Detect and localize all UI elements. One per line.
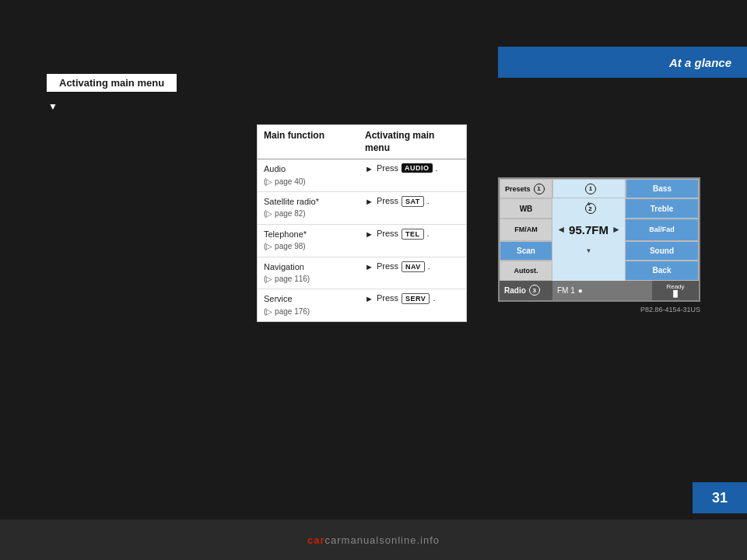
bullet-arrow: ► xyxy=(365,262,374,271)
watermark-bar: carcarmanualsonline.info xyxy=(0,520,747,560)
table-row: Telephone*(▷ page 98) ► Press TEL . xyxy=(258,225,466,257)
press-label: Press xyxy=(377,293,398,303)
radio-bottom-bar: Radio 3 FM 1 ● Ready ▐▌ xyxy=(500,281,699,300)
wb-cell: WB xyxy=(500,198,552,218)
frequency-area: ◄ 95.7FM ► xyxy=(552,219,625,241)
balfad-label: Bal/Fad xyxy=(649,226,675,233)
record-icon: ● xyxy=(578,286,583,295)
radio-label-cell: Radio 3 xyxy=(500,281,552,300)
period: . xyxy=(433,293,435,303)
bullet-arrow: ► xyxy=(365,229,374,239)
bass-label: Bass xyxy=(653,184,672,193)
back-cell[interactable]: Back xyxy=(625,261,699,280)
press-label: Press xyxy=(377,196,398,205)
period: . xyxy=(428,261,430,271)
treble-label: Treble xyxy=(651,205,673,213)
radio-label-text: Radio xyxy=(504,286,526,295)
down-arrow: ▼ xyxy=(586,247,592,254)
action-cell: ► Press NAV . xyxy=(365,261,460,272)
section-heading-text: Activating main menu xyxy=(59,77,164,89)
action-cell: ► Press TEL . xyxy=(365,229,460,240)
watermark-text: carcarmanualsonline.info xyxy=(307,534,440,546)
radio-status-cell: Ready ▐▌ xyxy=(652,281,699,300)
button-badge: TEL xyxy=(402,229,424,240)
circle-3: 3 xyxy=(529,285,540,296)
watermark-highlight: car xyxy=(307,534,325,546)
autost-label: Autost. xyxy=(514,267,538,275)
circle-1: 1 xyxy=(534,184,545,194)
back-label: Back xyxy=(653,266,672,275)
station-label: FM 1 xyxy=(557,286,575,295)
wb-label: WB xyxy=(520,205,533,213)
radio-display: Presets 1 1 Bass WB ▲ 2 Treble FM/AM ◄ 9… xyxy=(498,177,700,302)
button-badge: NAV xyxy=(402,261,425,272)
press-label: Press xyxy=(377,261,398,271)
scan-label: Scan xyxy=(517,247,535,255)
empty-middle xyxy=(552,261,625,280)
period: . xyxy=(427,196,430,205)
radio-row-2: WB ▲ 2 Treble xyxy=(500,198,699,218)
period: . xyxy=(436,163,438,173)
table-row: Service(▷ page 176) ► Press SERV . xyxy=(258,289,466,321)
sound-label: Sound xyxy=(650,247,674,255)
press-label: Press xyxy=(377,229,398,238)
page-number: 31 xyxy=(693,482,747,513)
page-number-text: 31 xyxy=(712,490,728,506)
col2-header: Activating mainmenu xyxy=(365,130,460,154)
action-cell: ► Press SERV . xyxy=(365,293,460,304)
table-row: Audio(▷ page 40) ► Press AUDIO . xyxy=(258,159,466,192)
table-row: Navigation(▷ page 116) ► Press NAV . xyxy=(258,257,466,290)
center-up-area: ▲ 2 xyxy=(552,198,625,218)
function-label: Telephone*(▷ page 98) xyxy=(264,229,365,253)
radio-row-1: Presets 1 1 Bass xyxy=(500,179,699,198)
autost-cell[interactable]: Autost. xyxy=(500,261,552,280)
bullet-arrow: ► xyxy=(365,197,374,206)
function-label: Satellite radio*(▷ page 82) xyxy=(264,196,365,220)
action-cell: ► Press AUDIO . xyxy=(365,163,460,173)
header-label: At a glance xyxy=(669,56,731,69)
sound-cell[interactable]: Sound xyxy=(625,241,699,261)
ready-label: Ready xyxy=(666,283,684,290)
button-badge: SAT xyxy=(402,196,424,207)
watermark-rest: carmanualsonline.info xyxy=(325,534,440,546)
table-header: Main function Activating mainmenu xyxy=(258,125,466,159)
radio-row-5: Autost. Back xyxy=(500,261,699,280)
signal-icon: ▐▌ xyxy=(671,290,679,297)
presets-label: Presets xyxy=(505,185,531,193)
left-arrow[interactable]: ◄ xyxy=(556,224,566,235)
frequency-display: 95.7FM xyxy=(569,223,608,236)
action-cell: ► Press SAT . xyxy=(365,196,460,207)
fmam-label: FM/AM xyxy=(514,226,538,233)
function-label: Audio(▷ page 40) xyxy=(264,163,365,187)
radio-station-cell: FM 1 ● xyxy=(552,281,652,300)
table-row: Satellite radio*(▷ page 82) ► Press SAT … xyxy=(258,192,466,225)
section-arrow: ▼ xyxy=(48,101,58,112)
button-badge: SERV xyxy=(402,293,430,304)
button-badge: AUDIO xyxy=(402,163,433,173)
function-label: Service(▷ page 176) xyxy=(264,293,365,317)
down-area: ▼ xyxy=(552,241,625,261)
function-label: Navigation(▷ page 116) xyxy=(264,261,365,285)
bullet-arrow: ► xyxy=(365,294,374,303)
header-bar: At a glance xyxy=(498,47,747,78)
top-center: 1 xyxy=(552,179,626,198)
press-label: Press xyxy=(377,163,398,173)
radio-row-4: Scan ▼ Sound xyxy=(500,241,699,261)
up-arrow: ▲ xyxy=(586,200,592,207)
bullet-arrow: ► xyxy=(365,164,374,173)
section-heading: Activating main menu xyxy=(47,74,177,92)
scan-cell[interactable]: Scan xyxy=(500,241,552,261)
presets-cell: Presets 1 xyxy=(500,179,552,198)
col1-header: Main function xyxy=(264,130,365,154)
period: . xyxy=(427,229,430,238)
right-arrow[interactable]: ► xyxy=(612,224,621,235)
balfad-cell[interactable]: Bal/Fad xyxy=(625,219,699,241)
fmam-cell: FM/AM xyxy=(500,219,552,241)
bass-cell[interactable]: Bass xyxy=(626,179,699,198)
main-function-table: Main function Activating mainmenu Audio(… xyxy=(257,124,467,322)
reference-text: P82.86-4154-31US xyxy=(640,306,700,313)
circle-1-right: 1 xyxy=(585,184,596,194)
radio-row-3: FM/AM ◄ 95.7FM ► Bal/Fad xyxy=(500,219,699,241)
treble-cell[interactable]: Treble xyxy=(625,198,699,218)
